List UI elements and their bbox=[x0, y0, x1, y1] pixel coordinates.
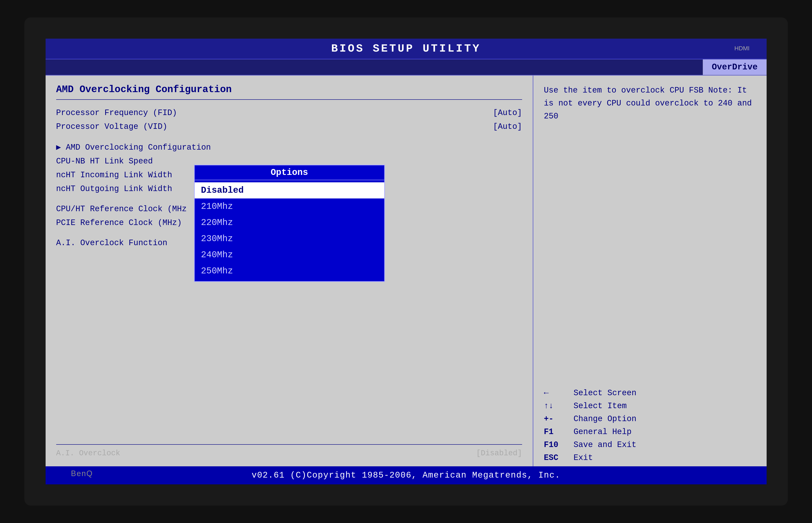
hdmi-label: HDMI bbox=[734, 45, 750, 52]
ai-overclock-item[interactable]: A.I. Overclock [Disabled] bbox=[56, 449, 522, 458]
key-change-option: +- Change Option bbox=[544, 414, 756, 423]
bios-title: BIOS SETUP UTILITY bbox=[331, 42, 481, 55]
option-240mhz[interactable]: 240Mhz bbox=[195, 247, 384, 263]
monitor: HDMI BIOS SETUP UTILITY OverDrive AMD Ov… bbox=[24, 17, 788, 506]
cpu-nb-ht-label: CPU-NB HT Link Speed bbox=[56, 157, 153, 166]
ai-overclock-value: [Disabled] bbox=[476, 449, 522, 458]
title-bar: BIOS SETUP UTILITY bbox=[45, 39, 767, 59]
key-save-exit: F10 Save and Exit bbox=[544, 440, 756, 449]
key-change-option-desc: Change Option bbox=[574, 414, 637, 423]
options-title-bar: Options bbox=[195, 165, 384, 180]
key-f1: F1 bbox=[544, 427, 569, 436]
footer: v02.61 (C)Copyright 1985-2006, American … bbox=[45, 466, 767, 484]
option-210mhz[interactable]: 210Mhz bbox=[195, 198, 384, 215]
option-250mhz[interactable]: 250Mhz bbox=[195, 263, 384, 279]
ncht-incoming-label: ncHT Incoming Link Width bbox=[56, 170, 172, 180]
cpu-nb-ht-item[interactable]: CPU-NB HT Link Speed bbox=[56, 157, 522, 166]
key-esc: ESC bbox=[544, 453, 569, 462]
left-panel: AMD Overclocking Configuration Processor… bbox=[45, 75, 533, 475]
processor-frequency-value: [Auto] bbox=[493, 108, 522, 118]
key-select-screen-desc: Select Screen bbox=[574, 389, 637, 398]
key-select-screen: ← Select Screen bbox=[544, 389, 756, 398]
key-help: ← Select Screen ↑↓ Select Item +- Change… bbox=[544, 389, 756, 466]
key-exit-desc: Exit bbox=[574, 453, 593, 462]
processor-frequency-item[interactable]: Processor Frequency (FID) [Auto] bbox=[56, 108, 522, 118]
option-220mhz[interactable]: 220Mhz bbox=[195, 215, 384, 231]
option-230mhz[interactable]: 230Mhz bbox=[195, 231, 384, 247]
options-title: Options bbox=[199, 167, 380, 178]
ai-overclock-label: A.I. Overclock bbox=[56, 449, 120, 458]
key-f10: F10 bbox=[544, 440, 569, 449]
brand-label: BenQ bbox=[71, 469, 93, 478]
key-arrow-ud: ↑↓ bbox=[544, 401, 569, 411]
options-popup: Options Disabled 210Mhz 220Mhz 230Mhz 24… bbox=[194, 165, 385, 282]
processor-voltage-item[interactable]: Processor Voltage (VID) [Auto] bbox=[56, 122, 522, 131]
key-general-help: F1 General Help bbox=[544, 427, 756, 436]
option-disabled[interactable]: Disabled bbox=[195, 182, 384, 198]
section-title: AMD Overclocking Configuration bbox=[56, 84, 522, 95]
main-content: AMD Overclocking Configuration Processor… bbox=[45, 75, 767, 475]
ai-overclock-function-label: A.I. Overclock Function bbox=[56, 238, 168, 248]
right-panel: Use the item to overclock CPU FSB Note: … bbox=[533, 75, 767, 475]
amd-oc-config-label: ▶ AMD Overclocking Configuration bbox=[56, 142, 211, 152]
key-arrow-left: ← bbox=[544, 389, 569, 398]
overdrive-tab[interactable]: OverDrive bbox=[703, 59, 767, 75]
processor-voltage-value: [Auto] bbox=[493, 122, 522, 131]
tab-row: OverDrive bbox=[45, 59, 767, 75]
processor-voltage-label: Processor Voltage (VID) bbox=[56, 122, 168, 131]
ncht-outgoing-label: ncHT Outgoing Link Width bbox=[56, 184, 172, 193]
key-exit: ESC Exit bbox=[544, 453, 756, 462]
cpu-ht-ref-label: CPU/HT Reference Clock (MHz bbox=[56, 204, 187, 214]
amd-oc-config-submenu[interactable]: ▶ AMD Overclocking Configuration bbox=[56, 142, 522, 152]
options-list: Disabled 210Mhz 220Mhz 230Mhz 240Mhz 250… bbox=[195, 180, 384, 281]
footer-text: v02.61 (C)Copyright 1985-2006, American … bbox=[251, 471, 560, 480]
key-general-help-desc: General Help bbox=[574, 427, 632, 436]
key-plusminus: +- bbox=[544, 414, 569, 423]
pcie-ref-label: PCIE Reference Clock (MHz) bbox=[56, 218, 182, 227]
help-text: Use the item to overclock CPU FSB Note: … bbox=[544, 84, 756, 389]
key-select-item-desc: Select Item bbox=[574, 401, 627, 411]
screen: HDMI BIOS SETUP UTILITY OverDrive AMD Ov… bbox=[45, 39, 767, 484]
bottom-section: A.I. Overclock [Disabled] bbox=[45, 444, 533, 458]
key-save-exit-desc: Save and Exit bbox=[574, 440, 637, 449]
processor-frequency-label: Processor Frequency (FID) bbox=[56, 108, 177, 118]
key-select-item: ↑↓ Select Item bbox=[544, 401, 756, 411]
